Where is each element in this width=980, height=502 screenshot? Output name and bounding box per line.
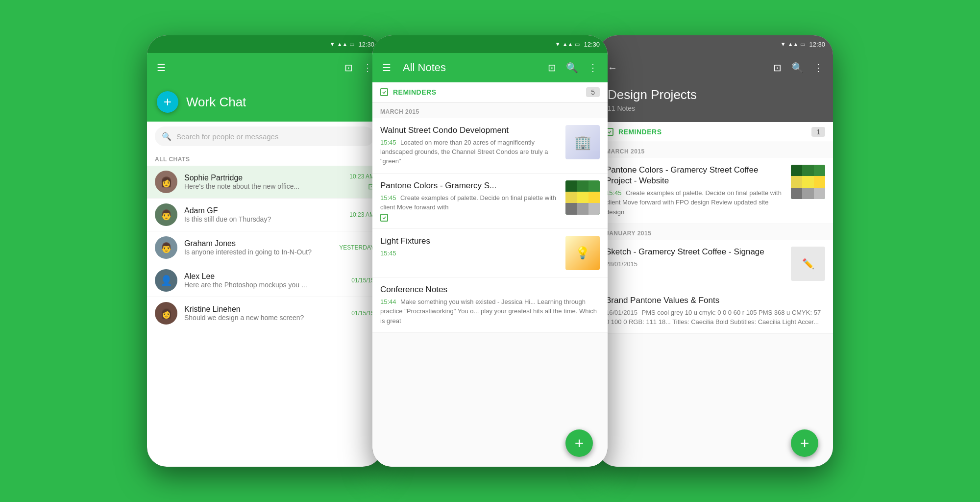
dp-note-title-brand: Brand Pantone Values & Fonts <box>606 295 825 306</box>
chat-name-2: Graham Jones <box>184 239 332 248</box>
dp-date-march: MARCH 2015 <box>598 142 833 158</box>
date-section-march-2015: MARCH 2015 <box>372 102 608 118</box>
status-icons-1: ▼ ▲▲ ▭ 12:30 <box>330 41 374 48</box>
search-placeholder-1: Search for people or messages <box>176 132 278 141</box>
note-body-pantone: 15:45 Create examples of palette. Decide… <box>380 193 560 212</box>
chat-time-1: 10:23 AM <box>349 211 374 218</box>
battery-icon-2: ▭ <box>575 41 580 48</box>
all-notes-title: All Notes <box>403 61 540 74</box>
chat-item-3[interactable]: 👤 Alex Lee Here are the Photoshop mockup… <box>147 264 382 297</box>
note-body-conference: 15:44 Make something you wish existed - … <box>380 297 600 326</box>
chat-list: 👩 Sophie Partridge Here's the note about… <box>147 166 382 467</box>
dp-note-pantone[interactable]: Pantone Colors - Gramercy Street Coffee … <box>598 158 833 224</box>
dp-note-text-sketch: Sketch - Gramercy Street Coffee - Signag… <box>606 247 785 268</box>
note-time-walnut: 15:45 <box>380 139 396 146</box>
note-item-fixtures[interactable]: Light Fixtures 15:45 💡 <box>372 229 608 277</box>
note-time-conference: 15:44 <box>380 298 396 305</box>
reminders-checkbox-icon-2 <box>380 88 388 96</box>
phone-2: ▼ ▲▲ ▭ 12:30 ☰ All Notes ⊡ 🔍 ⋮ <box>372 35 608 467</box>
note-snippet-pantone: Create examples of palette. Decide on fi… <box>380 194 556 211</box>
notes-content-2: REMINDERS 5 MARCH 2015 Walnut Street Con… <box>372 82 608 467</box>
chat-preview-4: Should we design a new home screen? <box>184 314 344 322</box>
chat-name-1: Adam GF <box>184 206 343 215</box>
new-note-fab-2[interactable]: + <box>565 429 593 457</box>
reminders-badge-2: 5 <box>586 87 600 97</box>
chat-time-4: 01/15/15 <box>351 310 374 317</box>
note-thumb-fixtures: 💡 <box>565 236 600 270</box>
reminders-bar-2[interactable]: REMINDERS 5 <box>372 82 608 102</box>
dp-note-title-sketch: Sketch - Gramercy Street Coffee - Signag… <box>606 247 785 257</box>
evernote-icon-3[interactable]: ⊡ <box>771 60 784 75</box>
workchat-title: Work Chat <box>186 95 246 110</box>
chat-item-0[interactable]: 👩 Sophie Partridge Here's the note about… <box>147 166 382 199</box>
chat-time-2: YESTERDAY <box>339 244 374 251</box>
note-thumb-pantone <box>565 180 600 215</box>
dp-note-brand[interactable]: Brand Pantone Values & Fonts 16/01/2015 … <box>598 288 833 334</box>
back-icon-3[interactable]: ← <box>606 60 619 75</box>
notebook-header: Design Projects 11 Notes <box>598 82 833 122</box>
note-time-pantone: 15:45 <box>380 194 396 201</box>
status-time-2: 12:30 <box>584 41 600 48</box>
evernote-icon-1[interactable]: ⊡ <box>343 60 355 75</box>
dp-note-thumb-pantone <box>791 165 825 199</box>
status-time-3: 12:30 <box>809 41 825 48</box>
note-title-walnut: Walnut Street Condo Development <box>380 125 560 136</box>
status-icons-2: ▼ ▲▲ ▭ 12:30 <box>555 41 600 48</box>
note-body-fixtures: 15:45 <box>380 249 560 257</box>
dp-note-text-pantone: Pantone Colors - Gramercy Street Coffee … <box>606 165 785 217</box>
chat-preview-0: Here's the note about the new office... <box>184 182 343 190</box>
dp-note-sketch[interactable]: Sketch - Gramercy Street Coffee - Signag… <box>598 240 833 288</box>
reminders-badge-3: 1 <box>811 127 825 137</box>
note-text-walnut: Walnut Street Condo Development 15:45 Lo… <box>380 125 560 166</box>
network-icon-3: ▲▲ <box>788 41 799 47</box>
note-thumb-walnut: 🏢 <box>565 125 600 159</box>
menu-icon-2[interactable]: ☰ <box>380 60 393 75</box>
status-time-1: 12:30 <box>358 41 374 48</box>
status-bar-2: ▼ ▲▲ ▭ 12:30 <box>372 35 608 53</box>
status-bar-3: ▼ ▲▲ ▭ 12:30 <box>598 35 833 53</box>
more-icon-2[interactable]: ⋮ <box>586 60 600 75</box>
chat-item-4[interactable]: 👩 Kristine Linehen Should we design a ne… <box>147 297 382 329</box>
signal-icon-2: ▼ <box>555 41 561 47</box>
reminders-bar-3[interactable]: REMINDERS 1 <box>598 122 833 142</box>
menu-icon-1[interactable]: ☰ <box>155 60 168 75</box>
signal-icon-3: ▼ <box>781 41 786 47</box>
dp-note-time-pantone: 15:45 <box>606 189 622 197</box>
chat-info-3: Alex Lee Here are the Photoshop mockups … <box>184 272 344 289</box>
note-snippet-conference: Make something you wish existed - Jessic… <box>380 298 597 324</box>
chat-name-3: Alex Lee <box>184 272 344 281</box>
note-item-pantone[interactable]: Pantone Colors - Gramercy S... 15:45 Cre… <box>372 174 608 229</box>
chat-item-2[interactable]: 👨 Graham Jones Is anyone interested in g… <box>147 231 382 264</box>
dp-note-body-brand: 16/01/2015 PMS cool grey 10 u cmyk: 0 0 … <box>606 308 825 326</box>
chat-meta-0: 10:23 AM ⊡ <box>349 173 374 191</box>
chat-time-0: 10:23 AM <box>349 173 374 180</box>
new-note-fab-3[interactable]: + <box>791 429 818 457</box>
dp-note-time-brand: 16/01/2015 <box>606 309 637 316</box>
chat-preview-2: Is anyone interested in going to In-N-Ou… <box>184 248 332 256</box>
battery-icon-1: ▭ <box>349 41 354 48</box>
search-icon-2[interactable]: 🔍 <box>564 60 580 75</box>
more-icon-3[interactable]: ⋮ <box>811 60 825 75</box>
signal-icon-1: ▼ <box>330 41 335 47</box>
search-icon-3[interactable]: 🔍 <box>789 60 806 75</box>
search-bar-1[interactable]: 🔍 Search for people or messages <box>155 126 374 146</box>
chat-info-1: Adam GF Is this still due on Thursday? <box>184 206 343 223</box>
chat-info-2: Graham Jones Is anyone interested in goi… <box>184 239 332 256</box>
note-text-conference: Conference Notes 15:44 Make something yo… <box>380 284 600 326</box>
note-item-conference[interactable]: Conference Notes 15:44 Make something yo… <box>372 277 608 333</box>
note-text-fixtures: Light Fixtures 15:45 <box>380 236 560 257</box>
new-chat-fab[interactable]: + <box>157 91 178 113</box>
status-icons-3: ▼ ▲▲ ▭ 12:30 <box>781 41 825 48</box>
dp-note-body-sketch: 28/01/2015 <box>606 259 785 268</box>
reminder-icon-pantone <box>380 214 388 222</box>
toolbar-2: ☰ All Notes ⊡ 🔍 ⋮ <box>372 53 608 82</box>
evernote-icon-2[interactable]: ⊡ <box>546 60 558 75</box>
note-body-walnut: 15:45 Located on more than 20 acres of m… <box>380 138 560 166</box>
dp-note-snippet-pantone: Create examples of palette. Decide on fi… <box>606 189 782 215</box>
toolbar-1: ☰ ⊡ ⋮ <box>147 53 382 82</box>
dp-note-snippet-brand: PMS cool grey 10 u cmyk: 0 0 0 60 r 105 … <box>606 309 821 326</box>
network-icon-1: ▲▲ <box>337 41 348 47</box>
note-item-walnut[interactable]: Walnut Street Condo Development 15:45 Lo… <box>372 118 608 174</box>
phone-3: ▼ ▲▲ ▭ 12:30 ← ⊡ 🔍 ⋮ Design Projects 11 … <box>598 35 833 467</box>
chat-item-1[interactable]: 👨 Adam GF Is this still due on Thursday?… <box>147 199 382 231</box>
